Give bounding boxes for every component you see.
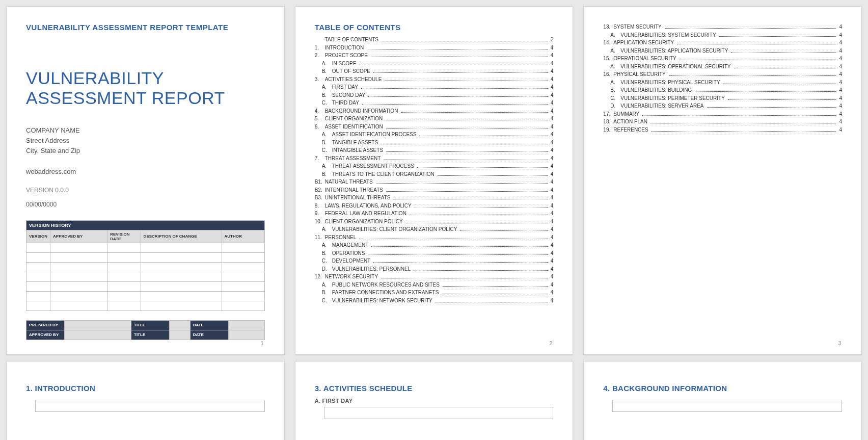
toc-entry[interactable]: 8.LAWS, REGULATIONS, AND POLICY4 (315, 202, 554, 210)
toc-label: VULNERABILITIES: SERVER AREA (620, 102, 706, 110)
col-approved: APPROVED BY (50, 230, 107, 243)
toc-page: 4 (549, 162, 554, 170)
toc-entry[interactable]: 4.BACKGROUND INFORMATION4 (315, 107, 554, 115)
toc-leader (669, 75, 836, 76)
toc-entry[interactable]: 14.APPLICATION SECURITY4 (603, 39, 842, 47)
toc-entry[interactable]: B2.INTENTIONAL THREATS4 (315, 186, 554, 194)
toc-leader (381, 278, 548, 278)
toc-entry[interactable]: A.VULNERABILITIES: APPLICATION SECURITY4 (603, 47, 842, 55)
toc-number: 1. (315, 44, 325, 52)
toc-entry[interactable]: A.FIRST DAY4 (315, 83, 554, 91)
toc-entry[interactable]: 9.FEDERAL LAW AND REGULATION4 (315, 210, 554, 218)
page-number: 2 (550, 341, 553, 346)
toc-entry[interactable]: 13.SYSTEM SECURITY4 (603, 23, 842, 31)
toc-page: 4 (549, 257, 554, 265)
toc-entry[interactable]: 2.PROJECT SCOPE4 (315, 51, 554, 60)
toc-entry[interactable]: A.IN SCOPE4 (315, 60, 554, 68)
toc-entry[interactable]: 5.CLIENT ORGANIZATION4 (315, 115, 554, 123)
prepared-by-label: PREPARED BY (26, 320, 65, 330)
toc-entry[interactable]: 1.INTRODUCTION4 (315, 44, 554, 52)
toc-label: ACTIVITIES SCHEDULE (325, 75, 384, 84)
toc-title: TABLE OF CONTENTS (315, 23, 554, 32)
toc-number: 5. (315, 115, 325, 123)
company-address1: Street Address (26, 136, 265, 146)
title-line2: ASSESSMENT REPORT (26, 88, 225, 108)
toc-entry[interactable]: A.MANAGEMENT4 (315, 241, 554, 249)
toc-number: B2. (315, 186, 325, 194)
toc-page: 4 (549, 83, 554, 91)
toc-label: FIRST DAY (332, 83, 360, 91)
toc-entry[interactable]: 10.CLIENT ORGANIZATION POLICY4 (315, 218, 554, 226)
toc-entry[interactable]: 6.ASSET IDENTIFICATION4 (315, 123, 554, 131)
toc-page: 4 (837, 118, 842, 126)
toc-page: 4 (837, 23, 842, 31)
toc-entry[interactable]: A.VULNERABILITIES: CLIENT ORGANIZATION P… (315, 225, 554, 234)
toc-leader (728, 99, 836, 100)
toc-leader (362, 104, 548, 105)
toc-entry[interactable]: 16.PHYSICAL SECURITY4 (603, 70, 842, 79)
toc-entry[interactable]: 15.OPERATIONAL SECURITY4 (603, 55, 842, 63)
toc-page: 4 (549, 60, 554, 68)
toc-entry[interactable]: A.ASSET IDENTIFICATION PROCESS4 (315, 131, 554, 139)
approved-by-cell (65, 330, 131, 340)
toc-entry[interactable]: TABLE OF CONTENTS2 (315, 36, 554, 44)
toc-entry[interactable]: 7.THREAT ASSESSMENT4 (315, 154, 554, 163)
toc-page: 4 (549, 265, 554, 273)
toc-leader (386, 120, 548, 120)
toc-entry[interactable]: B.PARTNER CONNECTIONS AND EXTRANETS4 (315, 289, 554, 297)
toc-leader (393, 199, 547, 199)
toc-entry[interactable]: B.VULNERABILITIES: BUILDING4 (603, 86, 842, 94)
toc-entry[interactable]: 3.ACTIVITIES SCHEDULE4 (315, 75, 554, 84)
toc-entry[interactable]: B.OPERATIONS4 (315, 249, 554, 257)
toc-entry[interactable]: 17.SUMMARY4 (603, 110, 842, 118)
toc-label: DEVELOPMENT (332, 257, 373, 265)
toc-entry[interactable]: B.SECOND DAY4 (315, 91, 554, 99)
toc-leader (401, 112, 547, 113)
toc-entry[interactable]: C.INTANGIBLE ASSETS4 (315, 146, 554, 154)
toc-page: 4 (549, 91, 554, 99)
toc-label: LAWS, REGULATIONS, AND POLICY (325, 202, 414, 210)
toc-number: B. (322, 91, 332, 99)
toc-leader (376, 183, 548, 184)
toc-entry[interactable]: B3.UNINTENTIONAL THREATS4 (315, 194, 554, 202)
toc-number: C. (322, 257, 332, 265)
toc-leader (367, 49, 547, 49)
toc-number: B. (322, 289, 332, 297)
toc-entry[interactable]: A.PUBLIC NETWORK RESOURCES AND SITES4 (315, 281, 554, 289)
toc-number: B. (322, 170, 332, 178)
toc-entry[interactable]: C.DEVELOPMENT4 (315, 257, 554, 265)
toc-entry[interactable]: 19.REFERENCES4 (603, 126, 842, 134)
toc-label: SUMMARY (613, 110, 641, 118)
toc-label: PARTNER CONNECTIONS AND EXTRANETS (332, 289, 441, 297)
toc-entry[interactable]: B.THREATS TO THE CLIENT ORGANIZATION4 (315, 170, 554, 178)
toc-leader (419, 136, 547, 136)
document-header: VULNERABILITY ASSESSMENT REPORT TEMPLATE (26, 23, 265, 32)
toc-entry[interactable]: 11.PERSONNEL4 (315, 234, 554, 242)
toc-entry[interactable]: B.OUT OF SCOPE4 (315, 67, 554, 75)
toc-entry[interactable]: 12.NETWORK SECURITY4 (315, 273, 554, 281)
section-title-introduction: 1. INTRODUCTION (26, 384, 265, 393)
page-activities: 3. ACTIVITIES SCHEDULE A. FIRST DAY (295, 361, 574, 440)
toc-label: VULNERABILITIES: SYSTEM SECURITY (620, 31, 718, 39)
toc-entry[interactable]: B1.NATURAL THREATS4 (315, 178, 554, 186)
toc-number: 13. (603, 23, 613, 31)
toc-page: 4 (837, 70, 842, 79)
toc-number: 6. (315, 123, 325, 131)
toc-entry[interactable]: A.VULNERABILITIES: PHYSICAL SECURITY4 (603, 79, 842, 87)
toc-entry[interactable]: C.THIRD DAY4 (315, 99, 554, 107)
toc-entry[interactable]: A.VULNERABILITIES: SYSTEM SECURITY4 (603, 31, 842, 39)
toc-entry[interactable]: D.VULNERABILITIES: SERVER AREA4 (603, 102, 842, 110)
toc-entry[interactable]: A.THREAT ASSESSMENT PROCESS4 (315, 162, 554, 170)
toc-number: 19. (603, 126, 613, 134)
toc-entry[interactable]: B.TANGIBLE ASSETS4 (315, 139, 554, 147)
toc-label: IN SCOPE (332, 60, 359, 68)
toc-entry[interactable]: C.VULNERABILITIES: NETWORK SECURITY4 (315, 297, 554, 305)
toc-entry[interactable]: D.VULNERABILITIES: PERSONNEL4 (315, 265, 554, 273)
toc-label: NETWORK SECURITY (325, 273, 380, 281)
toc-entry[interactable]: 18.ACTION PLAN4 (603, 118, 842, 126)
toc-number: A. (610, 47, 620, 55)
toc-page: 4 (549, 202, 554, 210)
toc-entry[interactable]: A.VULNERABILITIES: OPERATIONAL SECURITY4 (603, 63, 842, 71)
toc-entry[interactable]: C.VULNERABILITIES: PERIMETER SECURITY4 (603, 94, 842, 102)
toc-page: 4 (549, 218, 554, 226)
